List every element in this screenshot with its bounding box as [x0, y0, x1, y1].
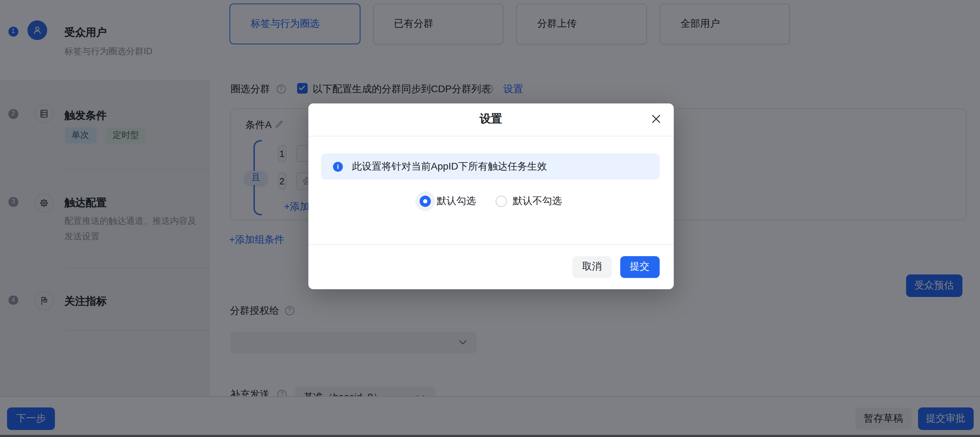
radio-on-icon: [420, 195, 431, 207]
submit-button[interactable]: 提交: [620, 256, 659, 278]
radio-default-checked[interactable]: 默认勾选: [420, 195, 476, 207]
modal-footer-divider: [308, 244, 674, 245]
info-icon: i: [333, 162, 343, 172]
radio-label: 默认不勾选: [513, 195, 562, 207]
radio-label: 默认勾选: [437, 195, 476, 207]
default-check-radio-group: 默认勾选 默认不勾选: [308, 195, 674, 207]
modal-header: 设置: [308, 103, 674, 136]
page: 1 受众用户 标签与行为圈选分群ID 2 触发条件 单次 定时型: [0, 0, 980, 437]
modal-title: 设置: [480, 112, 502, 127]
settings-modal: 设置 i 此设置将针对当前AppID下所有触达任务生效 默认勾选 默认不勾选 取…: [308, 103, 674, 289]
info-alert: i 此设置将针对当前AppID下所有触达任务生效: [321, 153, 659, 180]
alert-text: 此设置将针对当前AppID下所有触达任务生效: [352, 160, 547, 173]
cancel-button[interactable]: 取消: [572, 256, 612, 278]
radio-off-icon: [496, 195, 507, 207]
radio-default-unchecked[interactable]: 默认不勾选: [496, 195, 562, 207]
close-icon[interactable]: [650, 113, 662, 125]
